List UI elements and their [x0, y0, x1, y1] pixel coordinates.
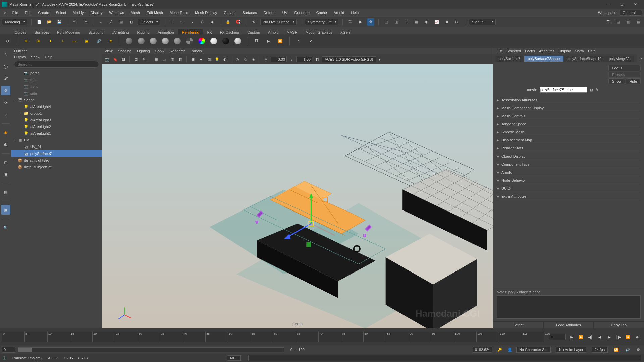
vp-colorspace-dropdown[interactable]: ACES 1.0 SDR-video (sRGB) — [322, 56, 376, 62]
vp-textured-icon[interactable]: ▨ — [206, 56, 212, 63]
menu-create[interactable]: Create — [35, 10, 52, 16]
vp-2d-pan-icon[interactable]: ⊡ — [132, 56, 139, 63]
snap-point-icon[interactable]: • — [189, 18, 196, 26]
outliner-item-defaultlightset[interactable]: +📦defaultLightSet — [11, 157, 102, 164]
outliner-item-group1[interactable]: +📁group1 — [11, 110, 102, 117]
range-slider[interactable] — [18, 347, 284, 352]
outliner-item-defaultobjectset[interactable]: 📦defaultObjectSet — [11, 164, 102, 170]
outliner-menu-display[interactable]: Display — [14, 55, 26, 59]
outliner-item-aiarealight1[interactable]: 💡aiAreaLight1 — [11, 130, 102, 137]
vp-select-camera-icon[interactable]: 📷 — [104, 56, 111, 63]
scale-tool-icon[interactable]: ⤢ — [1, 110, 10, 119]
fps-dropdown[interactable]: 24 fps — [592, 347, 608, 353]
vp-view-transform-icon[interactable]: ◧ — [314, 56, 320, 63]
select-mode-face-icon[interactable]: ▦ — [117, 18, 125, 26]
attr-menu-selected[interactable]: Selected — [506, 49, 521, 53]
attr-section-object-display[interactable]: ▶Object Display — [497, 152, 641, 160]
loop-icon[interactable]: 🔁 — [614, 348, 619, 352]
mesh-connect-icon[interactable]: ⊡ — [590, 88, 593, 92]
menu-cache[interactable]: Cache — [313, 10, 330, 16]
point-light-icon[interactable]: ✦ — [45, 36, 55, 46]
workspace-mode-dropdown[interactable]: Modeling — [2, 19, 27, 25]
snap-live-icon[interactable]: ◈ — [209, 18, 216, 26]
panel-layout-4-icon[interactable]: ▦ — [413, 18, 420, 26]
panel-layout-3-icon[interactable]: ⊞ — [403, 18, 410, 26]
toggle-attr-icon[interactable]: ▤ — [614, 18, 622, 26]
hypershade-shelf-icon[interactable]: ⊕ — [294, 36, 304, 46]
menu-help[interactable]: Help — [347, 10, 362, 16]
lock-icon[interactable]: 🔒 — [224, 18, 232, 26]
shader-checker-icon[interactable] — [184, 36, 195, 46]
light-editor-icon[interactable]: ≡ — [106, 36, 116, 46]
vp-lights-icon[interactable]: 💡 — [214, 56, 220, 63]
vp-gate-mask-icon[interactable]: ◧ — [177, 56, 184, 63]
menu-surfaces[interactable]: Surfaces — [239, 10, 260, 16]
live-surface-dropdown[interactable]: No Live Surface — [260, 19, 297, 25]
step-forward-key-icon[interactable]: ⏩ — [624, 333, 632, 341]
outliner-search-input[interactable] — [14, 61, 99, 68]
attr-section-extra-attributes[interactable]: ▶Extra Attributes — [497, 192, 641, 200]
outliner-item-persp[interactable]: 📷persp — [11, 70, 102, 76]
timeline-ruler[interactable]: 0510152025303540455055606570758085909510… — [2, 332, 544, 342]
layout-four-icon[interactable]: ⊞ — [1, 170, 10, 179]
attr-menu-display[interactable]: Display — [558, 49, 571, 53]
undo-icon[interactable]: ↶ — [71, 18, 79, 26]
attr-section-smooth-mesh[interactable]: ▶Smooth Mesh — [497, 128, 641, 136]
outliner-item-uv_01[interactable]: ▧UV_01 — [11, 143, 102, 150]
viewport-menu-lighting[interactable]: Lighting — [137, 49, 150, 53]
outliner-menu-show[interactable]: Show — [31, 55, 40, 59]
paint-select-tool-icon[interactable]: 🖌 — [1, 74, 10, 83]
go-to-start-icon[interactable]: ⏮ — [568, 333, 576, 341]
volume-light-icon[interactable]: ▣ — [82, 36, 92, 46]
attr-section-displacement-map[interactable]: ▶Displacement Map — [497, 136, 641, 144]
batch-render-icon[interactable]: ⏩ — [275, 36, 285, 46]
character-set-dropdown[interactable]: No Character Set — [516, 347, 551, 353]
vp-isolate-icon[interactable]: ◎ — [234, 56, 241, 63]
attr-menu-focus[interactable]: Focus — [525, 49, 535, 53]
go-to-end-icon[interactable]: ⏭ — [633, 333, 641, 341]
magnet-icon[interactable]: 🧲 — [234, 18, 242, 26]
attr-section-arnold[interactable]: ▶Arnold — [497, 168, 641, 176]
step-back-key-icon[interactable]: ⏪ — [577, 333, 585, 341]
shader-black-icon[interactable] — [221, 36, 231, 46]
menu-select[interactable]: Select — [52, 10, 69, 16]
outliner-item-side[interactable]: 📷side — [11, 90, 102, 97]
attr-section-component-tags[interactable]: ▶Component Tags — [497, 160, 641, 168]
show-button[interactable]: Show — [608, 78, 625, 84]
attr-footer-load-attributes[interactable]: Load Attributes — [544, 322, 594, 328]
history-icon[interactable]: ⟲ — [250, 18, 258, 26]
range-start-field[interactable] — [2, 347, 15, 353]
key-icon[interactable]: 🔑 — [497, 348, 502, 352]
viewport-menu-panels[interactable]: Panels — [191, 49, 202, 53]
vp-xray-joints-icon[interactable]: ◈ — [250, 56, 257, 63]
time-slider[interactable]: 0510152025303540455055606570758085909510… — [0, 328, 644, 345]
area-light-icon[interactable]: ▭ — [69, 36, 79, 46]
menu-edit-mesh[interactable]: Edit Mesh — [143, 10, 166, 16]
shader-grey-icon[interactable] — [233, 36, 243, 46]
attr-footer-select[interactable]: Select — [493, 322, 544, 328]
ipr-icon[interactable]: ▶ — [357, 18, 364, 26]
menu-windows[interactable]: Windows — [106, 10, 127, 16]
auto-key-icon[interactable]: 👤 — [507, 348, 512, 352]
vp-shaded-icon[interactable]: ● — [198, 56, 204, 63]
prefs-icon[interactable]: ⚙ — [637, 348, 640, 352]
move-tool-icon[interactable]: ✥ — [1, 86, 10, 95]
select-mode-object-icon[interactable]: ◧ — [127, 18, 135, 26]
command-input[interactable] — [248, 355, 641, 361]
menu-modify[interactable]: Modify — [69, 10, 87, 16]
presets-button[interactable]: Presets — [608, 72, 641, 78]
soft-select-icon[interactable]: ◐ — [1, 140, 10, 149]
snap-plane-icon[interactable]: ◇ — [199, 18, 206, 26]
menu-display[interactable]: Display — [87, 10, 106, 16]
menu-mesh[interactable]: Mesh — [127, 10, 143, 16]
snap-grid-icon[interactable]: ⊞ — [168, 18, 176, 26]
shader-white-icon[interactable] — [209, 36, 219, 46]
menu-uv[interactable]: UV — [279, 10, 291, 16]
home-icon[interactable]: ⌂ — [2, 10, 8, 16]
attr-menu-help[interactable]: Help — [588, 49, 596, 53]
menu-edit[interactable]: Edit — [21, 10, 35, 16]
symmetry-dropdown[interactable]: Symmetry: Off — [305, 19, 338, 25]
vp-bookmark-icon[interactable]: 🔖 — [112, 56, 119, 63]
close-button[interactable]: ✕ — [629, 0, 642, 9]
vp-xray-icon[interactable]: ◇ — [242, 56, 249, 63]
